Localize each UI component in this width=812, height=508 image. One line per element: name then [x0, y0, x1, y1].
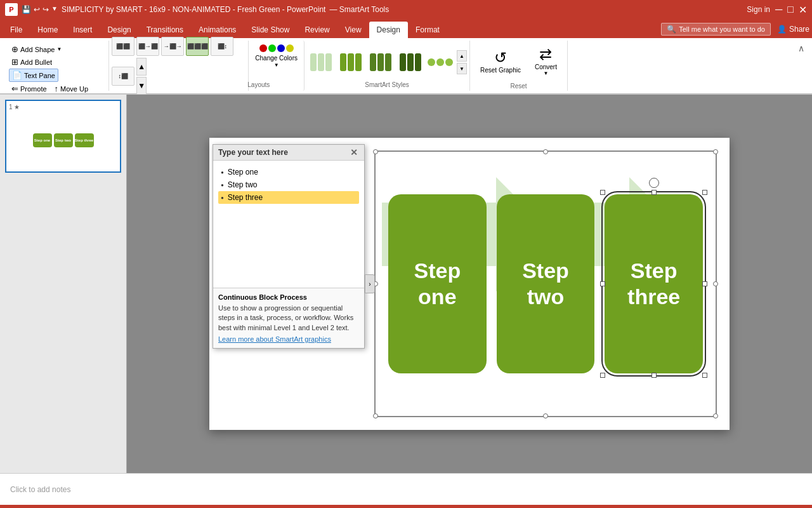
layout-option-1[interactable]: ⬛⬛	[112, 37, 134, 56]
tab-smartart-design[interactable]: Design	[369, 22, 408, 38]
box-handle-bm[interactable]	[652, 373, 657, 378]
text-pane-item-1[interactable]: ● Step one	[218, 166, 359, 178]
style-option-3[interactable]	[367, 48, 395, 76]
convert-dropdown: ▼	[543, 70, 548, 76]
style-option-5[interactable]	[426, 48, 454, 76]
tab-review[interactable]: Review	[297, 22, 337, 38]
text-pane-item-2[interactable]: ● Step two	[218, 178, 359, 191]
tab-view[interactable]: View	[337, 22, 369, 38]
add-bullet-button[interactable]: ⊞ Add Bullet	[9, 56, 55, 68]
tab-file[interactable]: File	[3, 22, 30, 38]
group-smartart-styles: ▲ ▼ SmartArt Styles	[304, 41, 470, 91]
move-up-button[interactable]: ↑ Move Up	[52, 83, 91, 95]
style-icon-1	[310, 53, 332, 71]
search-placeholder: Tell me what you want to do	[679, 25, 765, 33]
text-pane: Type your text here ✕ ● Step one ● Step …	[213, 144, 365, 349]
box-handle-tl[interactable]	[600, 190, 605, 195]
add-shape-icon: ⊕	[11, 44, 18, 54]
style-icon-4	[400, 53, 421, 71]
tab-format[interactable]: Format	[408, 22, 447, 38]
style-icon-3	[370, 53, 391, 71]
tab-animations[interactable]: Animations	[191, 22, 244, 38]
slide-canvas[interactable]: Type your text here ✕ ● Step one ● Step …	[209, 138, 730, 430]
box-handle-bl[interactable]	[600, 373, 605, 378]
group-create-graphic: ⊕ Add Shape ▼ ⊞ Add Bullet 📄 Text Pane	[5, 41, 109, 91]
promote-button[interactable]: ⇐ Promote	[9, 83, 49, 95]
search-icon: 🔍	[667, 25, 676, 34]
layout-option-5[interactable]: ⬛↕	[211, 37, 233, 56]
learn-more-link[interactable]: Learn more about SmartArt graphics	[218, 335, 359, 343]
change-colors-button[interactable]: Change Colors ▼	[249, 41, 304, 91]
step-one-box[interactable]: Stepone	[388, 194, 487, 373]
color-circles	[259, 44, 294, 52]
search-bar[interactable]: 🔍 Tell me what you want to do	[661, 23, 771, 36]
step-three-box[interactable]: Stepthree ↺	[605, 194, 703, 373]
style-option-1[interactable]	[307, 48, 335, 76]
styles-more[interactable]: ▼	[457, 63, 467, 74]
box-handle-tr[interactable]	[702, 190, 707, 195]
ribbon-collapse-button[interactable]: ∧	[796, 41, 807, 91]
quick-access-toolbar[interactable]: 💾 ↩ ↪ ▼	[22, 5, 58, 14]
slide-panel: 1 ★ Step one Step two Step three	[0, 95, 127, 473]
restore-button[interactable]: □	[787, 4, 794, 15]
canvas-area[interactable]: Type your text here ✕ ● Step one ● Step …	[127, 95, 812, 473]
tab-home[interactable]: Home	[30, 22, 65, 38]
thumb-step1: Step one	[33, 133, 52, 147]
style-option-2[interactable]	[337, 48, 365, 76]
main-area: 1 ★ Step one Step two Step three Type yo…	[0, 95, 812, 473]
box-handle-mr[interactable]	[702, 281, 707, 286]
step-two-label: Steptwo	[522, 258, 569, 310]
smartart-frame[interactable]: Stepone Steptwo Stepthree	[374, 150, 717, 417]
title-bar: P 💾 ↩ ↪ ▼ SIMPLICITY by SMART - 16x9 - N…	[0, 0, 812, 19]
box-handle-br[interactable]	[702, 373, 707, 378]
add-shape-row: ⊕ Add Shape ▼	[9, 43, 64, 55]
style-icon-5	[428, 58, 453, 66]
notes-area[interactable]: Click to add notes	[0, 473, 812, 505]
save-icon[interactable]: 💾	[22, 5, 31, 14]
layouts-scroll-down[interactable]: ▼	[136, 77, 147, 95]
text-pane-collapse-button[interactable]: ›	[365, 274, 375, 293]
ribbon: File Home Insert Design Transitions Anim…	[0, 19, 812, 95]
text-pane-close-button[interactable]: ✕	[349, 147, 359, 157]
group-smartart-styles-label: SmartArt Styles	[365, 81, 409, 88]
layouts-scroll-up[interactable]: ▲	[136, 58, 147, 76]
color-red	[259, 44, 267, 52]
text-pane-info: Continuous Block Process Use to show a p…	[213, 288, 364, 348]
slide-thumbnail-1[interactable]: 1 ★ Step one Step two Step three	[5, 100, 121, 173]
undo-icon[interactable]: ↩	[34, 5, 40, 14]
tab-transitions[interactable]: Transitions	[139, 22, 191, 38]
promote-icon: ⇐	[11, 84, 18, 93]
step-two-box[interactable]: Steptwo	[497, 194, 595, 373]
add-shape-button[interactable]: ⊕ Add Shape ▼	[9, 43, 64, 55]
layout-option-4[interactable]: ⬛⬛⬛	[186, 37, 209, 56]
bullet-icon-2: ●	[221, 182, 224, 188]
layout-option-2[interactable]: ⬛→⬛	[136, 37, 159, 56]
box-handle-tm[interactable]	[652, 190, 657, 195]
style-option-4[interactable]	[396, 48, 424, 76]
close-button[interactable]: ✕	[799, 4, 807, 16]
layout-option-3[interactable]: →⬛→	[161, 37, 184, 56]
redo-icon[interactable]: ↪	[43, 5, 49, 14]
sign-in-button[interactable]: Sign in	[747, 5, 770, 14]
slide-number: 1 ★	[9, 104, 117, 110]
reset-graphic-button[interactable]: ↺ Reset Graphic	[475, 46, 526, 76]
tab-slideshow[interactable]: Slide Show	[244, 22, 297, 38]
text-pane-body[interactable]: ● Step one ● Step two ● Step three	[213, 161, 364, 288]
minimize-button[interactable]: ─	[775, 4, 782, 15]
customize-icon[interactable]: ▼	[51, 5, 58, 14]
layout-option-6[interactable]: ↕⬛	[112, 67, 134, 86]
tab-design[interactable]: Design	[100, 22, 138, 38]
rotate-handle[interactable]: ↺	[649, 178, 659, 188]
convert-button[interactable]: ⇄ Convert ▼	[530, 43, 562, 79]
text-pane-item-3[interactable]: ● Step three	[218, 191, 359, 204]
promote-row: ⇐ Promote ↑ Move Up	[9, 83, 91, 95]
styles-scroll-up[interactable]: ▲	[457, 50, 467, 62]
text-pane-button[interactable]: 📄 Text Pane	[9, 69, 58, 82]
tab-insert[interactable]: Insert	[65, 22, 100, 38]
box-handle-ml[interactable]	[600, 281, 605, 286]
title-bar-left: P 💾 ↩ ↪ ▼ SIMPLICITY by SMART - 16x9 - N…	[5, 3, 389, 16]
thumb-step3: Step three	[75, 133, 94, 147]
move-up-icon: ↑	[55, 84, 59, 93]
notes-placeholder: Click to add notes	[10, 485, 70, 494]
share-button[interactable]: 👤 Share	[777, 25, 809, 34]
